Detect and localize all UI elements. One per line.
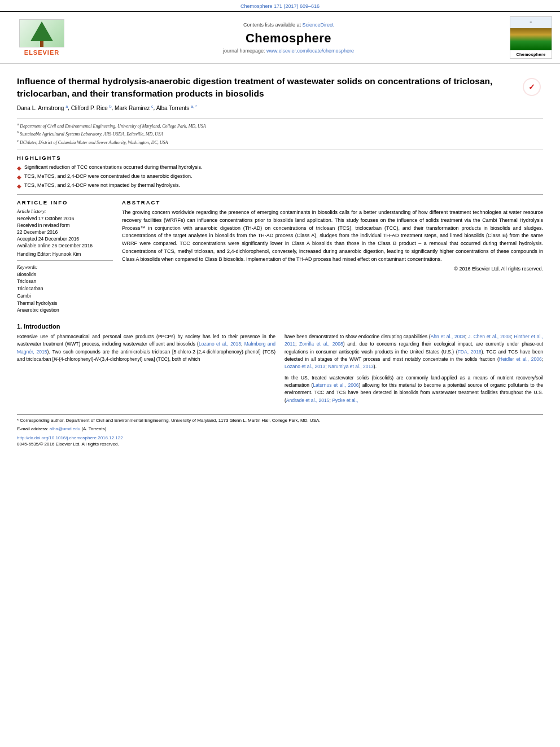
keyword-2: Triclosan (17, 278, 113, 285)
keyword-6: Anaerobic digestion (17, 307, 113, 314)
authors-line: Dana L. Armstrong a, Clifford P. Rice b,… (17, 104, 515, 111)
keyword-3: Triclocarban (17, 285, 113, 292)
affiliations: a Department of Civil and Environmental … (17, 119, 543, 146)
divider-1 (17, 150, 543, 150)
header-left: ELSEVIER (8, 19, 81, 56)
history-available: Available online 26 December 2016 (17, 243, 113, 248)
article-info-title: ARTICLE INFO (17, 199, 113, 206)
highlight-item-2: ◆ TCS, MeTCS, and 2,4-DCP were concentra… (17, 173, 543, 181)
issn-line: 0045-6535/© 2016 Elsevier Ltd. All right… (17, 442, 543, 447)
affiliation-b: b Sustainable Agricultural Systems Labor… (17, 129, 543, 138)
footnote-email: E-mail address: alha@umd.edu (A. Torrent… (17, 426, 543, 433)
highlights-section: HIGHLIGHTS ◆ Significant reduction of TC… (17, 155, 543, 190)
ref-laturnus[interactable]: Laturnus et al., 2006 (313, 382, 358, 388)
keyword-1: Biosolids (17, 271, 113, 278)
journal-thumbnail: ≡ Chemosphere (510, 16, 552, 59)
keyword-4: Cambi (17, 292, 113, 300)
highlight-item-3: ◆ TCS, MeTCS, and 2,4-DCP were not impac… (17, 182, 543, 190)
sciencedirect-link[interactable]: ScienceDirect (303, 22, 334, 28)
journal-header: ELSEVIER Contents lists available at Sci… (0, 11, 560, 64)
journal-homepage: journal homepage: www.elsevier.com/locat… (223, 48, 354, 54)
author-1: Dana L. Armstrong a (17, 105, 68, 111)
right-column: ABSTRACT The growing concern worldwide r… (122, 199, 543, 314)
left-column: ARTICLE INFO Article history: Received 1… (17, 199, 113, 314)
affiliation-c: c DCWater, District of Columbia Water an… (17, 138, 543, 146)
abstract-title: ABSTRACT (122, 199, 543, 206)
highlight-bullet-2: ◆ (17, 173, 21, 181)
thumbnail-top: ≡ (510, 17, 552, 28)
copyright-line: © 2016 Elsevier Ltd. All rights reserved… (122, 266, 543, 272)
intro-right-col: have been demonstrated to show endocrine… (285, 333, 543, 408)
intro-left-text: Extensive use of pharmaceutical and pers… (17, 333, 275, 363)
highlight-text-1: Significant reduction of TCC concentrati… (24, 164, 202, 170)
crossmark-icon (523, 78, 541, 96)
article-history-label: Article history: (17, 208, 113, 214)
article-title-text: Influence of thermal hydrolysis-anaerobi… (17, 75, 515, 114)
highlight-item-1: ◆ Significant reduction of TCC concentra… (17, 164, 543, 172)
history-received-revised-date: 22 December 2016 (17, 229, 113, 235)
highlight-text-3: TCS, MeTCS, and 2,4-DCP were not impacte… (24, 182, 180, 188)
intro-left-col: Extensive use of pharmaceutical and pers… (17, 333, 275, 408)
sciencedirect-prefix: Contents lists available at (243, 22, 301, 28)
ref-lozano[interactable]: Lozano et al., 2013 (199, 341, 241, 347)
elsevier-tree-icon (19, 19, 64, 47)
keywords-label-text: Keywords: (17, 264, 38, 270)
ref-pycke[interactable]: Pycke et al., (332, 397, 358, 403)
ref-narumiya[interactable]: Narumiya et al., 2013 (328, 364, 374, 369)
history-received-revised-label: Received in revised form (17, 222, 113, 228)
keywords-section: Keywords: Biosolids Triclosan Triclocarb… (17, 264, 113, 314)
journal-ref-text: Chemosphere 171 (2017) 609–616 (240, 3, 320, 9)
article-footer: * Corresponding author. Department of Ci… (17, 414, 543, 447)
elsevier-logo: ELSEVIER (8, 19, 76, 56)
email-address[interactable]: alha@umd.edu (50, 426, 80, 431)
article-title-section: Influence of thermal hydrolysis-anaerobi… (17, 75, 543, 114)
affiliation-a: a Department of Civil and Environmental … (17, 121, 543, 130)
keyword-5: Thermal hydrolysis (17, 300, 113, 307)
intro-section: 1. Introduction Extensive use of pharmac… (17, 323, 543, 408)
journal-ref-bar: Chemosphere 171 (2017) 609–616 (0, 0, 560, 11)
author-4: Alba Torrents a, * (156, 105, 197, 111)
author-3: Mark Ramirez c (115, 105, 154, 111)
ref-ahn[interactable]: Ahn et al., 2008 (431, 334, 465, 339)
ref-chen[interactable]: J. Chen et al., 2008 (468, 334, 511, 339)
divider-2 (17, 194, 543, 195)
doi-line[interactable]: http://dx.doi.org/10.1016/j.chemosphere.… (17, 435, 543, 440)
ref-zorrilla[interactable]: Zorrilla et al., 2008 (299, 341, 343, 347)
intro-right-text-2: In the US, treated wastewater solids (bi… (285, 374, 543, 404)
highlight-bullet-1: ◆ (17, 164, 21, 172)
history-received: Received 17 October 2016 (17, 216, 113, 221)
abstract-text: The growing concern worldwide regarding … (122, 209, 543, 264)
ref-heidler[interactable]: Heidler et al., 2006 (499, 356, 542, 362)
homepage-label: journal homepage: (223, 48, 265, 54)
history-label: Article history: (17, 208, 46, 214)
intro-two-col: Extensive use of pharmaceutical and pers… (17, 333, 543, 408)
article-title: Influence of thermal hydrolysis-anaerobi… (17, 75, 515, 99)
left-col-divider (17, 260, 113, 261)
page-container: Chemosphere 171 (2017) 609–616 ELSEVIER … (0, 0, 560, 747)
section-number: 1. (17, 323, 24, 330)
keywords-label: Keywords: (17, 264, 113, 270)
ref-fda[interactable]: FDA, 2016 (458, 349, 482, 355)
header-right: ≡ Chemosphere (496, 16, 552, 59)
thumbnail-image (510, 28, 552, 50)
section-title: 1. Introduction (17, 323, 543, 330)
ref-andrade[interactable]: Andrade et al., 2015 (286, 397, 330, 403)
crossmark-badge (520, 78, 543, 114)
highlight-text-2: TCS, MeTCS, and 2,4-DCP were concentrate… (24, 173, 193, 179)
homepage-url[interactable]: www.elsevier.com/locate/chemosphere (266, 48, 354, 54)
ref-lozano2[interactable]: Lozano et al., 2013 (285, 364, 325, 369)
handling-editor: Handling Editor: Hyunook Kim (17, 251, 113, 257)
two-col-section: ARTICLE INFO Article history: Received 1… (17, 199, 543, 314)
email-label: E-mail address: (17, 426, 49, 431)
thumbnail-label: Chemosphere (510, 50, 552, 58)
intro-right-text-1: have been demonstrated to show endocrine… (285, 333, 543, 370)
and-text: and (347, 341, 355, 347)
elsevier-wordmark: ELSEVIER (24, 49, 59, 56)
section-heading: Introduction (24, 323, 60, 330)
article-body: Influence of thermal hydrolysis-anaerobi… (0, 64, 560, 458)
highlights-title: HIGHLIGHTS (17, 155, 543, 161)
history-accepted: Accepted 24 December 2016 (17, 236, 113, 242)
journal-name: Chemosphere (246, 31, 331, 46)
email-suffix: (A. Torrents). (81, 426, 107, 431)
highlight-bullet-3: ◆ (17, 182, 21, 190)
